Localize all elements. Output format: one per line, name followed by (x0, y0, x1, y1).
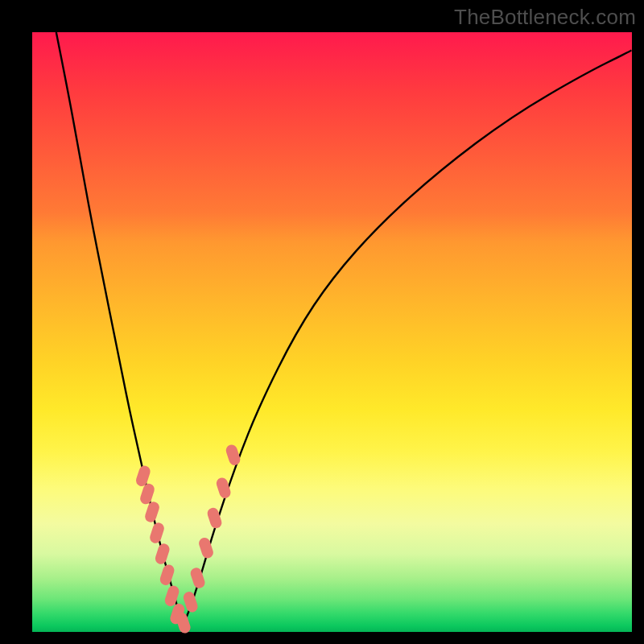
marker-point (182, 590, 199, 613)
bottleneck-curve-path (56, 32, 632, 622)
plot-area (32, 32, 632, 632)
curve-svg (32, 32, 632, 632)
watermark-text: TheBottleneck.com (454, 5, 636, 30)
marker-point (215, 477, 232, 500)
marker-point (159, 564, 175, 587)
marker-point (148, 522, 165, 545)
chart-frame: TheBottleneck.com (0, 0, 644, 644)
marker-point (154, 543, 171, 566)
marker-point (189, 566, 206, 589)
marker-group (134, 444, 242, 635)
